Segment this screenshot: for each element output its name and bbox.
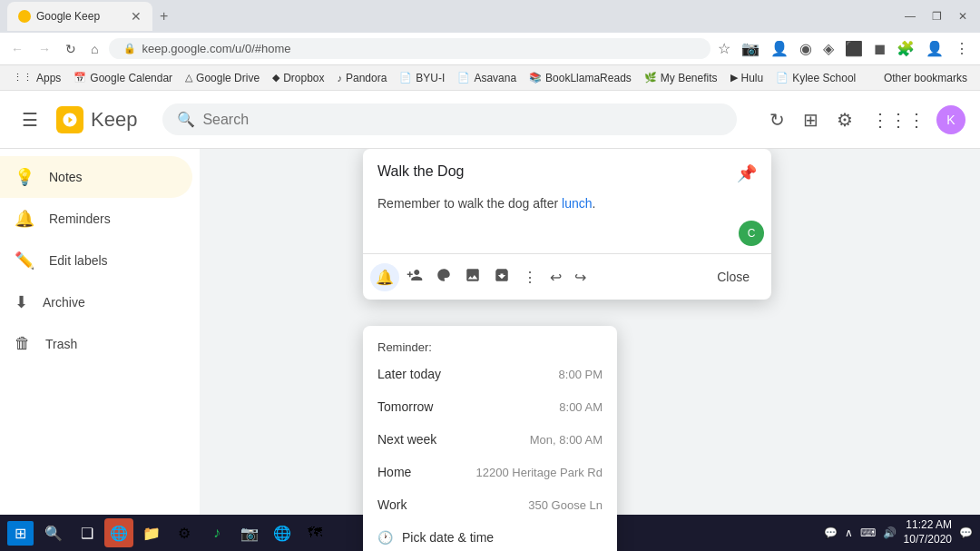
- note-content-suffix: .: [593, 196, 596, 211]
- new-tab-button[interactable]: +: [156, 5, 172, 28]
- minimize-button[interactable]: —: [899, 6, 921, 26]
- app-body: 💡 Notes 🔔 Reminders ✏️ Edit labels ⬇ Arc…: [0, 149, 980, 551]
- active-tab[interactable]: Google Keep ✕: [7, 2, 152, 31]
- close-button[interactable]: ✕: [953, 6, 973, 26]
- sidebar-trash-label: Trash: [45, 337, 77, 351]
- taskbar-clock: 11:22 AM 10/7/2020: [904, 518, 952, 546]
- sidebar-item-reminders[interactable]: 🔔 Reminders: [0, 198, 192, 240]
- home-label: Home: [377, 465, 411, 479]
- back-button[interactable]: ←: [7, 38, 27, 60]
- extensions-menu[interactable]: 🧩: [893, 36, 918, 61]
- next-week-label: Next week: [377, 432, 436, 447]
- reminder-item-pick-date[interactable]: 🕐 Pick date & time: [363, 521, 617, 551]
- bookmark-hulu[interactable]: ▶ Hulu: [725, 70, 769, 86]
- sidebar-item-archive[interactable]: ⬇ Archive: [0, 281, 192, 323]
- sidebar-item-edit-labels[interactable]: ✏️ Edit labels: [0, 240, 192, 281]
- bookmark-star-button[interactable]: ☆: [718, 40, 730, 57]
- bookmark-calendar-label: Google Calendar: [90, 72, 172, 84]
- taskbar-app-music[interactable]: ♪: [202, 518, 231, 547]
- bookmark-calendar[interactable]: 📅 Google Calendar: [68, 70, 178, 86]
- bookmark-byu[interactable]: 📄 BYU-I: [394, 70, 450, 86]
- taskbar-keyboard-icon[interactable]: ⌨: [860, 526, 876, 539]
- tab-close-btn[interactable]: ✕: [131, 9, 142, 24]
- reminder-tool-button[interactable]: 🔔: [370, 263, 399, 291]
- browser-toolbar-icons: 📷 👤 ◉ ◈ ⬛ ◼ 🧩 👤 ⋮: [738, 36, 973, 61]
- bookmark-mybenefits-label: My Benefits: [661, 72, 718, 84]
- profile-icon[interactable]: 👤: [767, 36, 792, 61]
- user-avatar[interactable]: K: [936, 105, 965, 134]
- start-button[interactable]: ⊞: [7, 521, 34, 546]
- dropbox-bookmark-icon: ◆: [272, 72, 279, 84]
- taskbar-notification-icon[interactable]: 💬: [824, 526, 838, 539]
- pick-date-icon-group: 🕐 Pick date & time: [377, 530, 494, 545]
- bookmark-apps[interactable]: ⋮⋮ Apps: [7, 70, 66, 86]
- menu-button[interactable]: ☰: [15, 102, 45, 138]
- taskbar-app-maps[interactable]: 🗺: [300, 518, 329, 547]
- reminder-item-later-today[interactable]: Later today 8:00 PM: [363, 358, 617, 390]
- taskbar-date-display: 10/7/2020: [904, 533, 952, 547]
- app-header: ☰ Keep 🔍 ↻ ⊞ ⚙ ⋮⋮⋮ K: [0, 91, 980, 149]
- reminder-item-home[interactable]: Home 12200 Heritage Park Rd: [363, 456, 617, 488]
- bookmark-drive[interactable]: △ Google Drive: [180, 70, 265, 86]
- taskbar-task-view[interactable]: ❑: [74, 521, 101, 546]
- camera-icon[interactable]: 📷: [738, 36, 763, 61]
- sidebar-item-trash[interactable]: 🗑 Trash: [0, 323, 192, 364]
- image-tool-button[interactable]: [459, 261, 486, 292]
- taskbar-app-explorer[interactable]: 📁: [137, 518, 166, 547]
- hulu-bookmark-icon: ▶: [730, 72, 738, 84]
- collaborator-tool-button[interactable]: [401, 261, 428, 292]
- more-tool-button[interactable]: ⋮: [517, 263, 543, 291]
- pandora-bookmark-icon: ♪: [337, 73, 342, 84]
- note-content-highlight: lunch: [562, 196, 592, 211]
- sidebar-item-notes[interactable]: 💡 Notes: [0, 156, 192, 198]
- reminder-item-work[interactable]: Work 350 Goose Ln: [363, 488, 617, 521]
- search-bar[interactable]: 🔍: [162, 103, 737, 135]
- google-apps-button[interactable]: ⋮⋮⋮: [864, 102, 933, 138]
- bookmark-asavana[interactable]: 📄 Asavana: [452, 70, 522, 86]
- color-tool-button[interactable]: [430, 261, 457, 292]
- reminder-item-next-week[interactable]: Next week Mon, 8:00 AM: [363, 423, 617, 456]
- refresh-button[interactable]: ↻: [762, 102, 792, 138]
- extension-icon-3[interactable]: ⬛: [841, 36, 867, 61]
- bookmark-mybenefits[interactable]: 🌿 My Benefits: [639, 70, 723, 86]
- close-button[interactable]: Close: [702, 264, 764, 290]
- taskbar-app-edge[interactable]: 🌐: [268, 518, 297, 547]
- redo-button[interactable]: ↪: [569, 263, 592, 291]
- asavana-bookmark-icon: 📄: [457, 72, 470, 84]
- view-toggle-button[interactable]: ⊞: [796, 102, 826, 138]
- extension-icon-1[interactable]: ◉: [796, 36, 816, 61]
- bookmark-dropbox[interactable]: ◆ Dropbox: [267, 70, 329, 86]
- url-bar[interactable]: 🔒 keep.google.com/u/0/#home: [109, 38, 710, 59]
- bookmark-other[interactable]: Other bookmarks: [878, 70, 973, 86]
- note-card: Walk the Dog 📌 Remember to walk the dog …: [363, 149, 771, 300]
- reminder-item-tomorrow[interactable]: Tomorrow 8:00 AM: [363, 390, 617, 423]
- archive-tool-button[interactable]: [488, 261, 515, 292]
- pin-button[interactable]: 📌: [737, 163, 757, 183]
- taskbar-speaker-icon[interactable]: 🔊: [883, 526, 897, 539]
- home-button[interactable]: ⌂: [87, 38, 102, 60]
- extension-icon-2[interactable]: ◈: [819, 36, 838, 61]
- taskbar-app-camera[interactable]: 📷: [235, 518, 264, 547]
- taskbar-search-button[interactable]: 🔍: [37, 521, 70, 546]
- search-input[interactable]: [202, 112, 722, 128]
- taskbar-app-settings[interactable]: ⚙: [170, 518, 199, 547]
- bookmark-bookllamareads[interactable]: 📚 BookLlamaReads: [524, 70, 637, 86]
- settings-button[interactable]: ⚙: [829, 102, 860, 138]
- reload-button[interactable]: ↻: [62, 38, 80, 60]
- bookmark-kylee-school[interactable]: 📄 Kylee School: [770, 70, 861, 86]
- forward-button[interactable]: →: [34, 38, 54, 60]
- taskbar-up-arrow[interactable]: ∧: [845, 526, 853, 539]
- taskbar-action-center[interactable]: 💬: [959, 526, 973, 539]
- user-avatar-btn[interactable]: 👤: [922, 36, 947, 61]
- bookmark-pandora[interactable]: ♪ Pandora: [331, 70, 392, 86]
- taskbar-app-chrome[interactable]: 🌐: [104, 518, 133, 547]
- undo-button[interactable]: ↩: [544, 263, 567, 291]
- maximize-button[interactable]: ❐: [926, 6, 947, 26]
- tab-title: Google Keep: [36, 10, 125, 23]
- sidebar-edit-labels-label: Edit labels: [49, 253, 108, 268]
- browser-menu[interactable]: ⋮: [951, 36, 973, 61]
- logo[interactable]: Keep: [56, 106, 137, 133]
- apps-bookmark-icon: ⋮⋮: [13, 72, 33, 84]
- extension-icon-4[interactable]: ◼: [870, 36, 889, 61]
- window-controls: — ❐ ✕: [899, 6, 973, 26]
